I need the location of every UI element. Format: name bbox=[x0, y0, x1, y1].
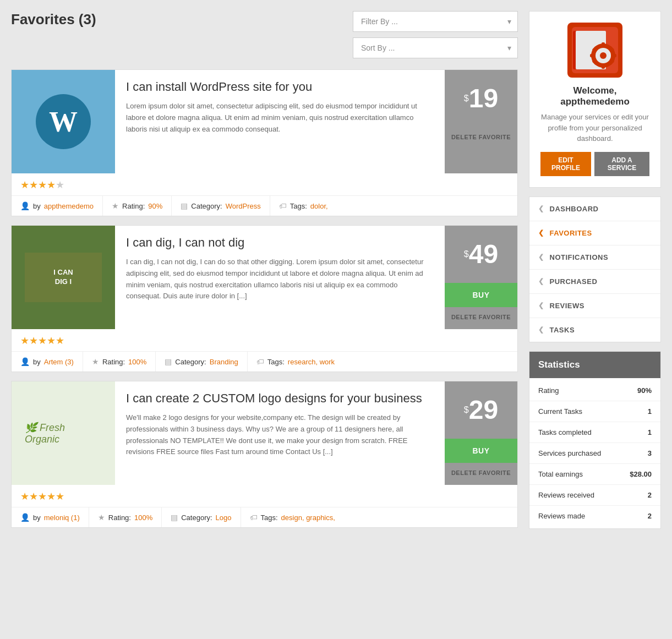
sidebar-item-favorites[interactable]: ❮ FAVORITES bbox=[529, 221, 660, 245]
stat-label: Reviews made bbox=[538, 512, 585, 520]
category-value: Logo bbox=[216, 514, 232, 522]
chevron-icon: ❮ bbox=[538, 229, 544, 237]
nav-item-label: DASHBOARD bbox=[550, 205, 599, 213]
by-label: by bbox=[33, 358, 41, 366]
stat-value: 1 bbox=[648, 428, 652, 436]
welcome-heading: Welcome, appthemedemo bbox=[540, 85, 649, 107]
edit-profile-button[interactable]: EDIT PROFILE bbox=[540, 152, 591, 176]
by-label: by bbox=[33, 514, 41, 522]
delete-favorite-button[interactable]: DELETE FAVORITE bbox=[445, 463, 517, 483]
star-icon: ★ bbox=[98, 513, 105, 522]
stats-body: Rating 90%Current Tasks 1Tasks completed… bbox=[529, 378, 660, 528]
star-rating: ★★★★★ bbox=[12, 173, 517, 195]
star-icon: ★ bbox=[38, 179, 47, 190]
card-body: I can create 2 CUSTOM logo designs for y… bbox=[115, 381, 445, 485]
card-top: W I can install WordPress site for you L… bbox=[12, 70, 517, 173]
sidebar-item-notifications[interactable]: ❮ NOTIFICATIONS bbox=[529, 245, 660, 270]
price-dollar: $ bbox=[464, 94, 469, 103]
star-rating: ★★★★★ bbox=[12, 329, 517, 351]
svg-rect-9 bbox=[590, 54, 595, 57]
user-icon: 👤 bbox=[20, 201, 30, 210]
tag-icon: 🏷 bbox=[256, 357, 264, 366]
price-box: $ 49 bbox=[445, 226, 517, 283]
filter-controls: Filter By ... Sort By ... bbox=[353, 11, 518, 58]
rating-label: Rating: bbox=[102, 358, 125, 366]
price-amount: 49 bbox=[469, 241, 498, 267]
category-icon: ▤ bbox=[171, 513, 178, 522]
author-name: appthemedemo bbox=[44, 202, 94, 210]
card-price-col: $ 29 BUY DELETE FAVORITE bbox=[445, 381, 517, 485]
card-title: I can create 2 CUSTOM logo designs for y… bbox=[126, 391, 434, 406]
service-image: 🌿 Fresh Organic bbox=[12, 381, 115, 485]
delete-favorite-button[interactable]: DELETE FAVORITE bbox=[445, 127, 517, 147]
tag-icon: 🏷 bbox=[279, 201, 287, 210]
rating-label: Rating: bbox=[108, 514, 131, 522]
add-service-button[interactable]: ADD A SERVICE bbox=[594, 152, 649, 176]
card-price-col: $ 19 DELETE FAVORITE bbox=[445, 70, 517, 173]
service-card: W I can install WordPress site for you L… bbox=[11, 69, 518, 216]
tags-value: dolor, bbox=[310, 202, 328, 210]
tags-value: research, work bbox=[288, 358, 335, 366]
rating-label: Rating: bbox=[122, 202, 145, 210]
service-list: W I can install WordPress site for you L… bbox=[11, 69, 518, 528]
buy-button[interactable]: BUY bbox=[445, 439, 517, 463]
profile-buttons: EDIT PROFILE ADD A SERVICE bbox=[540, 152, 649, 176]
category-icon: ▤ bbox=[181, 201, 188, 210]
stat-row: Reviews received 2 bbox=[529, 485, 660, 506]
card-description: I can dig, I can not dig, I can do so th… bbox=[126, 256, 434, 302]
star-icon: ★ bbox=[47, 179, 56, 190]
welcome-sub: Manage your services or edit your profil… bbox=[540, 112, 649, 144]
price-box: $ 29 bbox=[445, 381, 517, 439]
nav-item-label: REVIEWS bbox=[550, 302, 584, 310]
star-icon: ★ bbox=[20, 179, 29, 190]
sidebar-item-tasks[interactable]: ❮ TASKS bbox=[529, 318, 660, 342]
profile-logo bbox=[567, 23, 622, 78]
filter-wrapper: Filter By ... bbox=[353, 11, 518, 32]
sidebar-nav: ❮ DASHBOARD❮ FAVORITES❮ NOTIFICATIONS❮ P… bbox=[529, 196, 661, 342]
profile-logo-img bbox=[567, 23, 622, 78]
service-card: 🌿 Fresh Organic I can create 2 CUSTOM lo… bbox=[11, 381, 518, 528]
star-icon: ★ bbox=[20, 335, 29, 346]
category-label: Category: bbox=[181, 514, 212, 522]
price-dollar: $ bbox=[464, 250, 469, 259]
card-title: I can dig, I can not dig bbox=[126, 236, 434, 250]
category-label: Category: bbox=[175, 358, 206, 366]
stat-row: Services purchased 3 bbox=[529, 443, 660, 464]
sort-select[interactable]: Sort By ... bbox=[353, 37, 518, 58]
stat-row: Total earnings $28.00 bbox=[529, 464, 660, 485]
stat-row: Tasks completed 1 bbox=[529, 422, 660, 443]
star-icon: ★ bbox=[56, 335, 64, 346]
sort-wrapper: Sort By ... bbox=[353, 37, 518, 58]
sidebar-item-dashboard[interactable]: ❮ DASHBOARD bbox=[529, 197, 660, 221]
tags-label: Tags: bbox=[290, 202, 307, 210]
card-body: I can dig, I can not dig I can dig, I ca… bbox=[115, 226, 445, 329]
nav-item-label: TASKS bbox=[550, 326, 575, 334]
sidebar-item-purchased[interactable]: ❮ PURCHASED bbox=[529, 270, 660, 294]
svg-rect-8 bbox=[602, 63, 605, 69]
card-top: 🌿 Fresh Organic I can create 2 CUSTOM lo… bbox=[12, 381, 517, 485]
stat-value: 90% bbox=[637, 386, 652, 395]
svg-rect-7 bbox=[602, 42, 605, 48]
card-body: I can install WordPress site for you Lor… bbox=[115, 70, 445, 173]
stat-value: 2 bbox=[648, 491, 652, 499]
author-section: 👤 by Artem (3) bbox=[12, 352, 83, 372]
star-icon: ★ bbox=[20, 491, 29, 502]
price-box: $ 19 bbox=[445, 70, 517, 127]
buy-button[interactable]: BUY bbox=[445, 283, 517, 307]
stat-row: Rating 90% bbox=[529, 380, 660, 401]
svg-rect-10 bbox=[611, 54, 616, 57]
service-image: W bbox=[12, 70, 115, 173]
stat-value: 2 bbox=[648, 512, 652, 520]
delete-favorite-button[interactable]: DELETE FAVORITE bbox=[445, 307, 517, 327]
chevron-icon: ❮ bbox=[538, 302, 544, 309]
category-section: ▤ Category: Logo bbox=[162, 507, 241, 527]
stat-row: Current Tasks 1 bbox=[529, 401, 660, 422]
star-icon: ★ bbox=[47, 491, 56, 502]
price-amount: 29 bbox=[469, 397, 498, 423]
page-title: Favorites (3) bbox=[11, 11, 96, 28]
rating-section: ★ Rating: 90% bbox=[103, 196, 172, 216]
stat-label: Rating bbox=[538, 386, 559, 395]
user-icon: 👤 bbox=[20, 513, 30, 522]
sidebar-item-reviews[interactable]: ❮ REVIEWS bbox=[529, 294, 660, 318]
filter-select[interactable]: Filter By ... bbox=[353, 11, 518, 32]
